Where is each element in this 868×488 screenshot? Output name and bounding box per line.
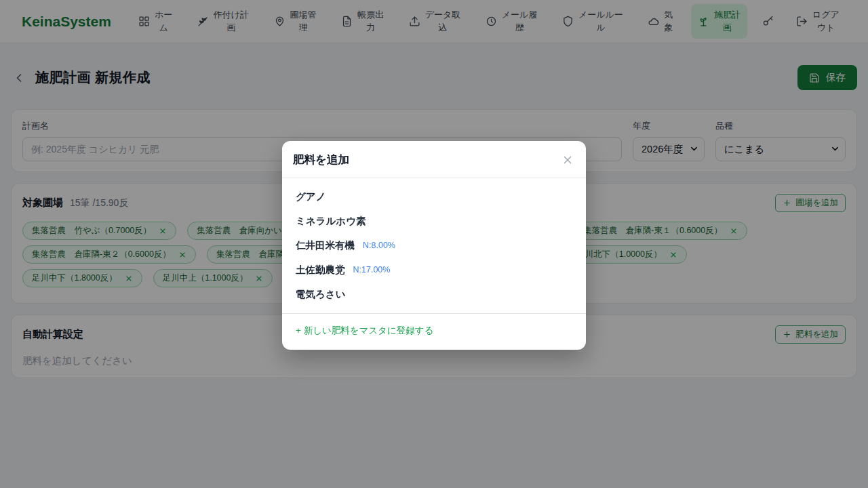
fertilizer-item[interactable]: 仁井田米有機N:8.00% bbox=[282, 233, 586, 258]
modal-close-button[interactable] bbox=[560, 152, 575, 167]
fertilizer-item[interactable]: 電気ろさい bbox=[282, 282, 586, 306]
nitrogen-badge: N:17.00% bbox=[353, 265, 391, 274]
close-icon bbox=[561, 154, 574, 166]
fertilizer-item[interactable]: 土佐勤農党N:17.00% bbox=[282, 258, 586, 282]
register-new-fertilizer-link[interactable]: + 新しい肥料をマスタに登録する bbox=[296, 325, 433, 337]
nitrogen-badge: N:8.00% bbox=[363, 241, 395, 250]
fertilizer-item[interactable]: グアノ bbox=[282, 184, 586, 209]
add-fertilizer-modal: 肥料を追加 グアノ ミネラルホウ素 仁井田米有機N:8.00% 土佐勤農党N:1… bbox=[282, 141, 586, 350]
modal-title: 肥料を追加 bbox=[293, 152, 349, 167]
fertilizer-list: グアノ ミネラルホウ素 仁井田米有機N:8.00% 土佐勤農党N:17.00% … bbox=[282, 178, 586, 313]
fertilizer-item[interactable]: ミネラルホウ素 bbox=[282, 209, 586, 233]
